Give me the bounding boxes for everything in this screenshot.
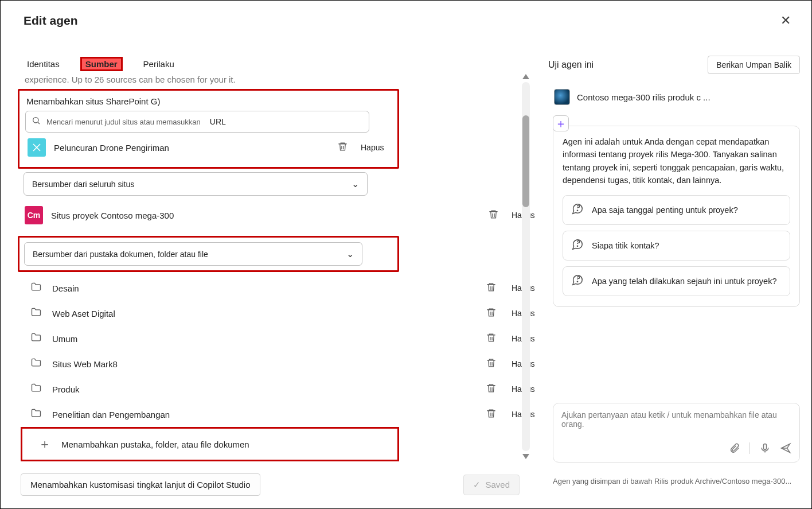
truncated-intro-text: experience. Up to 26 sources can be chos… xyxy=(18,71,542,87)
suggestion-2[interactable]: Siapa titik kontak? xyxy=(563,231,790,261)
scrollbar[interactable] xyxy=(522,82,530,451)
suggestion-text: Apa saja tanggal penting untuk proyek? xyxy=(592,204,738,216)
check-icon: ✓ xyxy=(473,480,481,490)
svg-point-3 xyxy=(577,246,577,246)
close-button[interactable]: ✕ xyxy=(776,11,795,30)
site-item-drone: Peluncuran Drone Pengiriman Hapus xyxy=(25,133,392,162)
svg-point-0 xyxy=(33,118,38,123)
site-search-input[interactable]: Mencari menurut judul situs atau memasuk… xyxy=(25,111,369,133)
folder-label: Desain xyxy=(52,283,280,293)
trash-icon[interactable] xyxy=(488,209,499,222)
plus-icon: ＋ xyxy=(38,436,51,453)
folder-item: Umum Hapus xyxy=(28,326,542,351)
agent-name: Contoso mega-300 rilis produk c ... xyxy=(577,92,710,102)
page-title: Edit agen xyxy=(24,14,78,28)
svg-point-4 xyxy=(577,281,577,282)
chat-placeholder: Ajukan pertanyaan atau ketik / untuk men… xyxy=(561,410,791,429)
tab-behavior[interactable]: Perilaku xyxy=(140,57,178,71)
source-scope-select-1[interactable]: Bersumber dari seluruh situs ⌄ xyxy=(24,172,368,196)
folder-label: Penelitian dan Pengembangan xyxy=(52,410,366,419)
saved-label: Saved xyxy=(485,480,510,489)
trash-icon[interactable] xyxy=(486,408,497,421)
save-location-note: Agen yang disimpan di bawah Rilis produk… xyxy=(553,477,800,485)
tab-identity[interactable]: Identitas xyxy=(24,57,63,71)
select-label: Bersumber dari seluruh situs xyxy=(32,180,134,189)
suggestion-1[interactable]: Apa saja tanggal penting untuk proyek? xyxy=(563,195,790,225)
site-icon xyxy=(28,138,46,157)
folder-label: Situs Web Mark8 xyxy=(52,359,318,369)
chat-question-icon xyxy=(571,274,584,289)
give-feedback-button[interactable]: Berikan Umpan Balik xyxy=(708,56,800,74)
folder-icon xyxy=(30,332,42,345)
folder-item: Desain Hapus xyxy=(28,275,542,301)
trash-icon[interactable] xyxy=(486,383,497,396)
agent-intro-card: Agen ini adalah untuk Anda dengan cepat … xyxy=(553,126,800,307)
attach-icon[interactable] xyxy=(729,442,740,456)
scroll-down-icon[interactable] xyxy=(522,454,529,459)
chat-input[interactable]: Ajukan pertanyaan atau ketik / untuk men… xyxy=(553,403,800,463)
folder-item: Produk Hapus xyxy=(28,376,542,402)
suggestion-3[interactable]: Apa yang telah dilakukan sejauh ini untu… xyxy=(563,266,790,296)
agent-description: Agen ini adalah untuk Anda dengan cepat … xyxy=(563,135,790,187)
highlight-add-library[interactable]: ＋ Menambahkan pustaka, folder, atau file… xyxy=(21,427,399,461)
folder-icon xyxy=(30,382,42,396)
folder-label: Web Aset Digital xyxy=(52,309,318,318)
folder-item: Web Aset Digital Hapus xyxy=(28,301,542,326)
site-label: Situs proyek Contoso mega-300 xyxy=(51,211,377,220)
folder-icon xyxy=(30,357,42,371)
agent-chip[interactable]: Contoso mega-300 rilis produk c ... xyxy=(548,87,800,107)
saved-status: ✓ Saved xyxy=(463,475,520,495)
svg-line-1 xyxy=(38,122,40,124)
advanced-customization-button[interactable]: Menambahkan kustomisasi tingkat lanjut d… xyxy=(21,473,260,496)
divider xyxy=(749,442,750,454)
folder-label: Produk xyxy=(52,384,280,394)
svg-rect-5 xyxy=(764,444,767,450)
trash-icon[interactable] xyxy=(486,307,497,320)
chevron-down-icon: ⌄ xyxy=(346,248,354,259)
tab-sources[interactable]: Sumber xyxy=(80,57,123,71)
trash-icon[interactable] xyxy=(337,141,348,154)
add-site-label: Menambahkan situs SharePoint G) xyxy=(25,94,392,111)
folder-icon xyxy=(30,407,42,421)
folder-item: Penelitian dan Pengembangan Hapus xyxy=(28,402,542,427)
svg-point-2 xyxy=(577,210,577,211)
folder-icon xyxy=(30,306,42,320)
chat-question-icon xyxy=(571,238,584,253)
search-icon xyxy=(32,116,41,127)
trash-icon[interactable] xyxy=(486,332,497,345)
site-item-contoso: Cm Situs proyek Contoso mega-300 Hapus xyxy=(22,200,542,230)
folder-item: Situs Web Mark8 Hapus xyxy=(28,351,542,376)
scrollbar-thumb[interactable] xyxy=(522,115,529,207)
scroll-up-icon[interactable] xyxy=(522,74,529,79)
chat-question-icon xyxy=(571,203,584,217)
new-chat-button[interactable]: ＋ xyxy=(553,115,569,131)
search-placeholder: Mencari menurut judul situs atau memasuk… xyxy=(46,118,201,126)
highlight-source-select: Bersumber dari pustaka dokumen, folder a… xyxy=(18,236,399,272)
trash-icon[interactable] xyxy=(486,358,497,371)
highlight-add-site: Menambahkan situs SharePoint G) Mencari … xyxy=(18,89,399,169)
agent-icon xyxy=(554,89,570,105)
folder-label: Umum xyxy=(52,334,280,344)
chevron-down-icon: ⌄ xyxy=(352,178,359,189)
test-agent-title: Uji agen ini xyxy=(548,60,594,70)
suggestion-text: Apa yang telah dilakukan sejauh ini untu… xyxy=(592,275,776,287)
url-label: URL xyxy=(210,117,226,126)
delete-label[interactable]: Hapus xyxy=(361,143,389,152)
send-icon[interactable] xyxy=(780,442,791,456)
source-scope-select-2[interactable]: Bersumber dari pustaka dokumen, folder a… xyxy=(24,242,362,266)
folder-icon xyxy=(30,281,42,295)
site-icon: Cm xyxy=(25,206,43,224)
select-label: Bersumber dari pustaka dokumen, folder a… xyxy=(33,250,208,259)
suggestion-text: Siapa titik kontak? xyxy=(592,240,659,251)
mic-icon[interactable] xyxy=(759,442,771,456)
site-label: Peluncuran Drone Pengiriman xyxy=(54,143,329,153)
trash-icon[interactable] xyxy=(486,282,497,295)
add-library-label: Menambahkan pustaka, folder, atau file d… xyxy=(61,440,249,449)
